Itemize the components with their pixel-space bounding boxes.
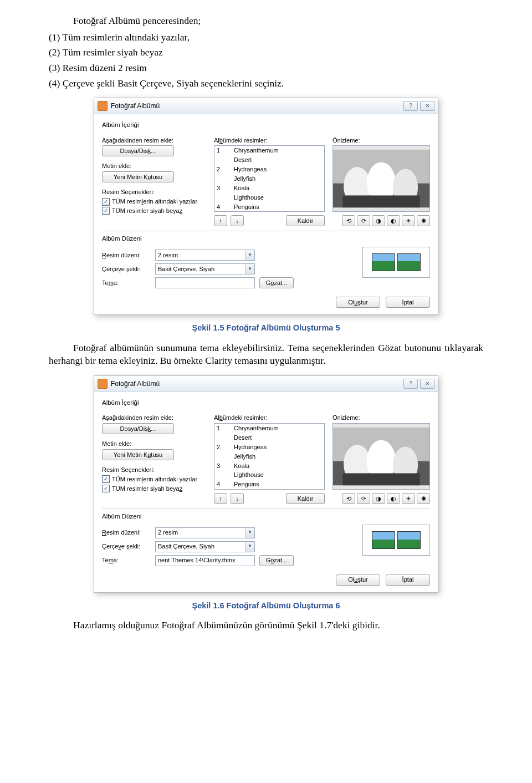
label-insert-from: Aşağıdakinden resim ekle: [102, 136, 206, 145]
chevron-down-icon: ▼ [245, 542, 254, 552]
svg-rect-5 [342, 196, 420, 208]
close-button[interactable]: ✕ [420, 101, 434, 111]
label-theme: Tema: [102, 556, 151, 565]
help-button[interactable]: ? [403, 379, 418, 389]
check-icon: ✓ [102, 207, 110, 215]
label-pictures-in-album: Albümdeki resimler: [214, 136, 325, 145]
create-button[interactable]: Oluştur [336, 297, 380, 308]
checkbox-blackwhite[interactable]: ✓ TÜM resimler siyah beyaz [102, 207, 206, 215]
label-text-insert: Metin ekle: [102, 162, 206, 170]
paragraph-result: Hazırlamış olduğunuz Fotoğraf Albümünüzü… [49, 619, 483, 632]
list-item[interactable]: Desert [214, 155, 324, 165]
list-item[interactable]: Desert [214, 433, 324, 443]
move-down-button[interactable]: ↓ [231, 215, 244, 226]
section-album-content: Albüm İçeriği [102, 121, 430, 130]
section-album-layout: Albüm Düzeni [102, 235, 430, 243]
help-button[interactable]: ? [403, 101, 418, 111]
label-frame-shape: Çerçeve şekli: [102, 265, 151, 273]
dialog-title: Fotoğraf Albümü [111, 101, 160, 110]
theme-input[interactable] [155, 277, 255, 288]
chevron-down-icon: ▼ [245, 250, 254, 260]
contrast-down-button[interactable]: ◐ [387, 215, 400, 226]
pictures-listbox[interactable]: 1ChrysanthemumDesert2HydrangeasJellyfish… [214, 145, 325, 212]
label-frame-shape: Çerçeve şekli: [102, 542, 151, 551]
file-disk-button[interactable]: Dosya/Disk... [102, 145, 174, 156]
dialog-titlebar: Fotoğraf Albümü ? ✕ [94, 376, 438, 392]
checkbox-blackwhite[interactable]: ✓ TÜM resimler siyah beyaz [102, 485, 206, 493]
layout-thumbnail [362, 525, 430, 556]
new-textbox-button[interactable]: Yeni Metin Kutusu [102, 171, 174, 182]
list-item[interactable]: Jellyfish [214, 174, 324, 184]
contrast-up-button[interactable]: ◑ [372, 493, 385, 504]
app-icon [98, 379, 108, 389]
checkbox-captions[interactable]: ✓ TÜM resimlerin altındaki yazılar [102, 475, 206, 484]
browse-button[interactable]: Gözat... [259, 277, 294, 288]
cancel-button[interactable]: İptal [386, 297, 430, 308]
photo-album-dialog-2: Fotoğraf Albümü ? ✕ Albüm İçeriği Aşağıd… [94, 375, 438, 593]
pictures-listbox[interactable]: 1ChrysanthemumDesert2HydrangeasJellyfish… [214, 423, 325, 490]
list-item[interactable]: 3Koala [214, 461, 324, 471]
list-item[interactable]: Tulips [214, 211, 324, 212]
contrast-up-button[interactable]: ◑ [372, 215, 385, 226]
thumbnail-icon [372, 531, 395, 549]
list-item[interactable]: Tulips [214, 489, 324, 490]
list-item[interactable]: Jellyfish [214, 452, 324, 461]
preview-image [332, 423, 430, 490]
list-item-3: (3) Resim düzeni 2 resim [49, 62, 483, 75]
move-up-button[interactable]: ↑ [214, 215, 227, 226]
label-preview: Önizleme: [332, 414, 430, 422]
list-item[interactable]: 2Hydrangeas [214, 443, 324, 452]
picture-layout-combo[interactable]: 2 resim▼ [155, 250, 255, 261]
list-item[interactable]: 4Penguins [214, 480, 324, 489]
section-album-layout: Albüm Düzeni [102, 512, 430, 521]
figure-caption-2: Şekil 1.6 Fotoğraf Albümü Oluşturma 6 [49, 601, 483, 612]
list-item[interactable]: 4Penguins [214, 202, 324, 212]
check-icon: ✓ [102, 485, 110, 492]
list-item[interactable]: 2Hydrangeas [214, 165, 324, 174]
label-text-insert: Metin ekle: [102, 440, 206, 448]
label-picture-options: Resim Seçenekleri: [102, 188, 206, 196]
cancel-button[interactable]: İptal [386, 574, 430, 586]
list-item[interactable]: 1Chrysanthemum [214, 146, 324, 155]
rotate-left-button[interactable]: ⟲ [342, 215, 355, 226]
contrast-down-button[interactable]: ◐ [387, 493, 400, 504]
thumbnail-icon [372, 253, 395, 271]
frame-shape-combo[interactable]: Basit Çerçeve, Siyah▼ [155, 541, 255, 552]
label-picture-options: Resim Seçenekleri: [102, 466, 206, 474]
rotate-left-button[interactable]: ⟲ [342, 493, 355, 504]
label-pictures-in-album: Albümdeki resimler: [214, 414, 325, 422]
brightness-down-button[interactable]: ✺ [417, 215, 430, 226]
theme-input[interactable]: nent Themes 14\Clarity.thmx [155, 555, 255, 566]
dialog-title: Fotoğraf Albümü [111, 379, 160, 388]
list-item[interactable]: Lighthouse [214, 193, 324, 202]
chevron-down-icon: ▼ [245, 528, 254, 538]
close-button[interactable]: ✕ [420, 379, 434, 389]
paragraph-theme: Fotoğraf albümünün sunumuna tema ekleyeb… [49, 342, 483, 368]
frame-shape-combo[interactable]: Basit Çerçeve, Siyah▼ [155, 263, 255, 274]
brightness-down-button[interactable]: ✺ [417, 493, 430, 504]
list-item[interactable]: 1Chrysanthemum [214, 424, 324, 433]
file-disk-button[interactable]: Dosya/Disk... [102, 423, 174, 434]
paragraph-intro: Fotoğraf Albümü penceresinden; [49, 14, 483, 28]
list-item[interactable]: 3Koala [214, 184, 324, 193]
move-up-button[interactable]: ↑ [214, 493, 227, 504]
app-icon [98, 101, 108, 111]
move-down-button[interactable]: ↓ [231, 493, 244, 504]
picture-layout-combo[interactable]: 2 resim▼ [155, 527, 255, 538]
rotate-right-button[interactable]: ⟳ [357, 493, 370, 504]
section-album-content: Albüm İçeriği [102, 399, 430, 408]
create-button[interactable]: Oluştur [336, 574, 380, 586]
rotate-right-button[interactable]: ⟳ [357, 215, 370, 226]
label-picture-layout: Resim düzeni: [102, 251, 151, 260]
svg-rect-11 [342, 474, 420, 486]
check-icon: ✓ [102, 475, 110, 483]
brightness-up-button[interactable]: ☀ [402, 493, 415, 504]
new-textbox-button[interactable]: Yeni Metin Kutusu [102, 449, 174, 460]
remove-button[interactable]: Kaldır [286, 215, 325, 226]
checkbox-captions[interactable]: ✓ TÜM resimlerin altındaki yazılar [102, 197, 206, 206]
remove-button[interactable]: Kaldır [286, 493, 325, 504]
list-item[interactable]: Lighthouse [214, 470, 324, 480]
chevron-down-icon: ▼ [245, 264, 254, 274]
brightness-up-button[interactable]: ☀ [402, 215, 415, 226]
browse-button[interactable]: Gözat... [259, 555, 294, 566]
